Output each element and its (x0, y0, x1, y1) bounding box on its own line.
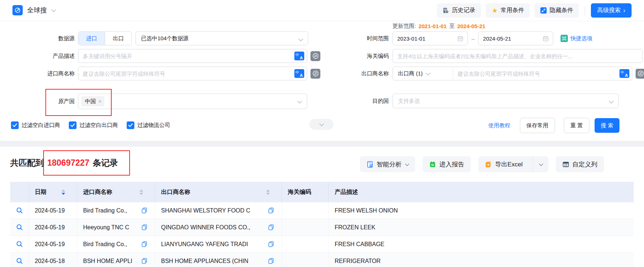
import-tab[interactable]: 进口 (78, 32, 105, 45)
row-importer-cell: Bird Trading Co., (77, 236, 155, 252)
date-from-input[interactable] (393, 35, 468, 42)
filter-checkboxes: 过滤空白进口商 过滤空白出口商 过滤物流公司 (11, 121, 170, 129)
header-exporter[interactable]: 出口商名称 (155, 182, 282, 202)
export-options-dropdown[interactable] (533, 156, 548, 172)
copy-icon[interactable] (141, 241, 148, 247)
table-row[interactable]: 2024-05-18 BSH HOME APPLI BSH HOME APPLI… (10, 253, 634, 267)
chevron-down-icon (405, 162, 409, 166)
header-importer[interactable]: 进口商名称 (77, 182, 155, 202)
exporter-name[interactable]: LIANYUNGANG YAFENG TRADI (161, 241, 248, 248)
update-range: 更新范围: 2021-01-01 至 2024-05-21 (392, 23, 485, 30)
importer-label: 进口商名称 (0, 70, 75, 77)
checkbox-filter-logistics[interactable]: 过滤物流公司 (127, 121, 170, 129)
results-summary: 共匹配到 180697227 条记录 (10, 157, 118, 169)
collapse-form-button[interactable] (309, 119, 334, 130)
exporter-name[interactable]: SHANGHAI WELSTORY FOOD C (161, 207, 250, 214)
product-desc-input[interactable] (78, 53, 294, 59)
header-date[interactable]: 日期 (29, 182, 77, 202)
app-switcher-chevron-icon[interactable] (51, 7, 56, 12)
date-range-dash: – (472, 35, 474, 42)
tutorial-link[interactable]: 使用教程 (488, 122, 510, 129)
app-logo (12, 5, 23, 15)
synonym-swap-icon[interactable] (636, 69, 644, 79)
row-exporter-cell: QINGDAO WINNER FOODS CO., (155, 219, 282, 236)
origin-country-label: 原产国 (0, 98, 75, 105)
history-button[interactable]: 历史记录 (437, 3, 481, 18)
exporter-type-select[interactable]: 出口商 (1) (393, 67, 453, 80)
importer-name[interactable]: Heeyoung TNC C (83, 224, 129, 231)
header-exporter-label: 出口商名称 (161, 188, 190, 196)
custom-columns-button[interactable]: 自定义列 (556, 156, 604, 172)
advanced-search-button[interactable]: 高级搜索 › (591, 3, 632, 18)
quick-options-link[interactable]: 快捷选项 (561, 35, 592, 42)
date-to-input[interactable] (479, 35, 553, 42)
smart-analysis-button[interactable]: BI 智能分析 (360, 156, 415, 172)
export-tab[interactable]: 出口 (105, 32, 131, 45)
tag-close-icon[interactable]: × (98, 99, 101, 104)
calendar-icon (543, 35, 549, 42)
date-to-box (478, 31, 553, 45)
origin-country-select[interactable]: 中国 × (78, 94, 307, 109)
copy-icon[interactable] (141, 207, 148, 214)
table-row[interactable]: 2024-05-19 Heeyoung TNC C QINGDAO WINNER… (10, 219, 634, 236)
importer-name[interactable]: BSH HOME APPLI (83, 258, 132, 264)
chevron-down-icon (319, 121, 324, 126)
copy-icon[interactable] (268, 241, 274, 247)
search-button[interactable]: 搜 索 (595, 118, 619, 133)
copy-icon[interactable] (141, 224, 148, 230)
row-date: 2024-05-19 (29, 219, 77, 236)
sort-icons[interactable] (266, 189, 270, 195)
row-detail-cell[interactable] (10, 253, 29, 267)
sort-icons[interactable] (139, 189, 143, 195)
copy-icon[interactable] (268, 207, 274, 214)
destination-label: 目的国 (318, 98, 389, 105)
row-hscode (282, 253, 328, 267)
translate-icon[interactable]: 中A (619, 69, 629, 78)
header-product: 产品描述 (328, 182, 634, 202)
hs-code-input[interactable] (393, 53, 642, 59)
row-detail-cell[interactable] (10, 219, 29, 236)
copy-icon[interactable] (268, 258, 274, 264)
row-importer-cell: Bird Trading Co., (77, 202, 155, 219)
hide-conditions-button[interactable]: 隐藏条件 (535, 3, 579, 18)
results-prefix: 共匹配到 (10, 157, 44, 169)
save-favorite-button[interactable]: 保存常用 (520, 118, 555, 133)
importer-name[interactable]: Bird Trading Co., (83, 207, 127, 214)
row-exporter-cell: BSH HOME APPLIANCES (CHIN (155, 253, 282, 267)
copy-icon[interactable] (141, 258, 148, 264)
magnifier-icon[interactable] (16, 207, 23, 214)
chevron-right-icon: › (623, 7, 625, 14)
row-detail-cell[interactable] (10, 202, 29, 219)
data-source-select[interactable]: 已选中104个数据源 (135, 31, 308, 45)
header-action-col (10, 182, 29, 202)
sort-icons[interactable] (62, 189, 65, 195)
destination-select[interactable]: 支持多选 (392, 94, 619, 108)
magnifier-icon[interactable] (16, 223, 23, 231)
checkbox-checked-icon (11, 121, 19, 129)
magnifier-icon[interactable] (16, 240, 23, 248)
row-importer-cell: Heeyoung TNC C (77, 219, 155, 236)
history-label: 历史记录 (452, 7, 475, 14)
table-row[interactable]: 2024-05-19 Bird Trading Co., SHANGHAI WE… (10, 202, 634, 219)
magnifier-icon[interactable] (16, 257, 23, 265)
export-excel-button[interactable]: 导出Excel (478, 156, 529, 172)
favorites-button[interactable]: ★ 常用条件 (486, 3, 530, 18)
checkbox-filter-blank-importer[interactable]: 过滤空白进口商 (11, 121, 60, 129)
table-row[interactable]: 2024-05-19 Bird Trading Co., LIANYUNGANG… (10, 236, 634, 253)
importer-name[interactable]: Bird Trading Co., (83, 241, 127, 248)
copy-icon[interactable] (268, 224, 274, 230)
hide-conditions-label: 隐藏条件 (550, 7, 573, 14)
exporter-input[interactable] (453, 71, 619, 77)
importer-input[interactable] (78, 71, 294, 77)
row-detail-cell[interactable] (10, 236, 29, 252)
reset-button[interactable]: 重 置 (564, 118, 589, 133)
translate-icon[interactable]: 中A (294, 52, 304, 60)
exporter-name[interactable]: BSH HOME APPLIANCES (CHIN (161, 258, 248, 264)
checkbox-filter-blank-exporter[interactable]: 过滤空白出口商 (69, 121, 118, 129)
enter-report-button[interactable]: 进入报告 (422, 156, 471, 172)
row-exporter-cell: LIANYUNGANG YAFENG TRADI (155, 236, 282, 252)
date-from-box (392, 31, 468, 45)
translate-icon[interactable]: 中A (294, 69, 304, 78)
exporter-name[interactable]: QINGDAO WINNER FOODS CO., (161, 224, 250, 231)
chevron-down-icon (539, 162, 543, 166)
